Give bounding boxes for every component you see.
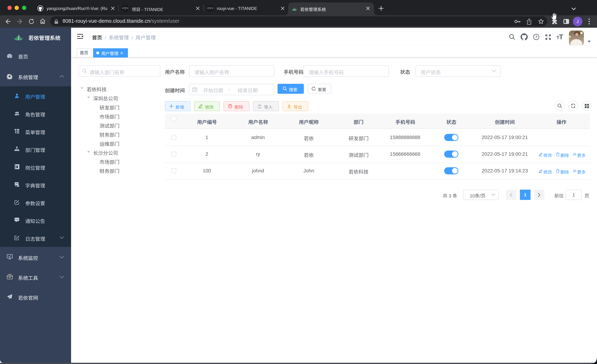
svg-text:?: ? <box>535 35 537 39</box>
